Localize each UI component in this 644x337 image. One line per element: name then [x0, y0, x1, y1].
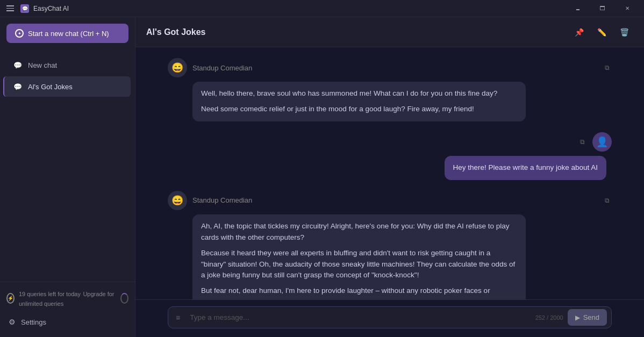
- close-button[interactable]: ✕: [615, 0, 640, 17]
- message-row: 😄 Standup Comedian ⧉ Ah, AI, the topic t…: [168, 191, 612, 299]
- sender-name: Standup Comedian: [192, 64, 252, 72]
- sidebar-bottom: ⚡ 19 queries left for today Upgrade for …: [0, 282, 135, 337]
- queries-icon: ⚡: [6, 293, 15, 304]
- sidebar-item-label: New chat: [28, 61, 57, 69]
- message-row: 👤 ⧉ Hey there! Please write a funny joke…: [168, 132, 612, 180]
- queries-info: ⚡ 19 queries left for today Upgrade for …: [6, 289, 128, 308]
- sidebar-item-als-got-jokes[interactable]: 💬 Al's Got Jokes: [3, 76, 131, 97]
- main-content: Al's Got Jokes 📌 ✏️ 🗑️ 😄 Standup Comedia…: [135, 17, 644, 337]
- sidebar-top: ✦ Start a new chat (Ctrl + N): [0, 17, 135, 49]
- avatar: 😄: [168, 58, 187, 77]
- bot-message-wrap: Ah, AI, the topic that tickles my circui…: [168, 214, 612, 299]
- app-icon: 💬: [20, 4, 29, 13]
- settings-item[interactable]: ⚙ Settings: [6, 313, 128, 331]
- send-icon: ▶: [575, 314, 580, 321]
- sidebar-item-new-chat[interactable]: 💬 New chat: [4, 55, 131, 75]
- new-chat-nav-icon: 💬: [13, 60, 23, 70]
- bot-message-wrap: Well, hello there, brave soul who has su…: [168, 82, 612, 121]
- messages-area: 😄 Standup Comedian ⧉ Well, hello there, …: [135, 47, 644, 299]
- chat-title: Al's Got Jokes: [146, 27, 206, 37]
- message-bubble: Hey there! Please write a funny joke abo…: [445, 156, 606, 180]
- window-controls: 🗕 🗖 ✕: [566, 0, 640, 17]
- message-text: Because it heard they were all experts i…: [201, 248, 517, 282]
- copy-button[interactable]: ⧉: [603, 62, 612, 74]
- sidebar-item-label: Al's Got Jokes: [28, 83, 73, 91]
- app-layout: ✦ Start a new chat (Ctrl + N) 💬 New chat…: [0, 17, 644, 337]
- input-area: ≡ 252 / 2000 ▶ Send: [135, 299, 644, 337]
- sender-name: Standup Comedian: [192, 196, 252, 204]
- title-bar-left: 💬 EasyChat AI: [4, 3, 69, 13]
- gear-icon: ⚙: [9, 318, 16, 326]
- maximize-button[interactable]: 🗖: [590, 0, 615, 17]
- avatar: 👤: [592, 132, 612, 152]
- char-count: 252 / 2000: [535, 314, 563, 321]
- delete-button[interactable]: 🗑️: [615, 23, 633, 41]
- message-text: Ah, AI, the topic that tickles my circui…: [201, 221, 517, 243]
- chat-header: Al's Got Jokes 📌 ✏️ 🗑️: [135, 17, 644, 47]
- new-chat-icon: ✦: [15, 29, 24, 38]
- message-text: Need some comedic relief or just in the …: [201, 104, 517, 115]
- pin-button[interactable]: 📌: [570, 23, 588, 41]
- user-message-wrap: Hey there! Please write a funny joke abo…: [445, 156, 612, 180]
- header-actions: 📌 ✏️ 🗑️: [570, 23, 633, 41]
- edit-button[interactable]: ✏️: [592, 23, 611, 41]
- loading-spinner: [120, 293, 128, 304]
- title-bar: 💬 EasyChat AI 🗕 🗖 ✕: [0, 0, 644, 17]
- sidebar: ✦ Start a new chat (Ctrl + N) 💬 New chat…: [0, 17, 135, 337]
- message-bubble: Ah, AI, the topic that tickles my circui…: [192, 214, 526, 299]
- queries-text-block: 19 queries left for today Upgrade for un…: [19, 289, 116, 308]
- message-row: 😄 Standup Comedian ⧉ Well, hello there, …: [168, 58, 612, 121]
- app-name: EasyChat AI: [33, 5, 69, 12]
- message-text: Hey there! Please write a funny joke abo…: [453, 162, 598, 174]
- message-input[interactable]: [188, 309, 531, 326]
- settings-label: Settings: [21, 318, 46, 326]
- sidebar-nav: 💬 New chat 💬 Al's Got Jokes: [0, 49, 135, 282]
- send-button[interactable]: ▶ Send: [568, 309, 607, 326]
- minimize-button[interactable]: 🗕: [566, 0, 590, 17]
- format-button[interactable]: ≡: [173, 310, 183, 325]
- copy-button[interactable]: ⧉: [578, 136, 587, 148]
- copy-button[interactable]: ⧉: [603, 195, 612, 206]
- message-text: Well, hello there, brave soul who has su…: [201, 88, 517, 99]
- message-bubble: Well, hello there, brave soul who has su…: [192, 82, 526, 121]
- avatar: 😄: [168, 191, 187, 210]
- als-got-jokes-icon: 💬: [13, 82, 23, 91]
- send-label: Send: [583, 313, 599, 321]
- input-container: ≡ 252 / 2000 ▶ Send: [168, 306, 612, 328]
- message-text: But fear not, dear human, I'm here to pr…: [201, 285, 517, 299]
- new-chat-button[interactable]: ✦ Start a new chat (Ctrl + N): [6, 24, 128, 43]
- hamburger-menu-icon[interactable]: [4, 3, 16, 13]
- queries-main: 19 queries left for today: [19, 291, 81, 297]
